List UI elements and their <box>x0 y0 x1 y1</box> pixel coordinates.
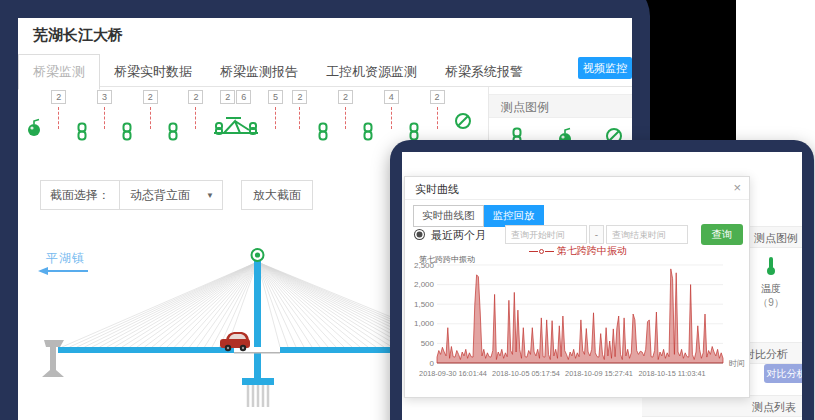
svg-text:2,000: 2,000 <box>414 280 435 289</box>
dialog-tab-1[interactable]: 监控回放 <box>484 205 544 227</box>
svg-text:2018-10-05 05:17:54: 2018-10-05 05:17:54 <box>492 369 560 378</box>
section-select-dropdown[interactable]: 动态背立面 ▼ <box>120 181 222 209</box>
svg-text:时间: 时间 <box>729 359 745 368</box>
strip-sensor-group: 4 <box>384 90 399 129</box>
sensor-dash-line <box>345 107 346 129</box>
strip-ball-icon[interactable] <box>26 90 42 137</box>
sensor-dash-line <box>391 107 392 129</box>
legend-series-label: 第七跨跨中振动 <box>557 245 627 256</box>
strip-chain-icon[interactable] <box>121 90 133 141</box>
compare-analysis-button[interactable]: 对比分析 <box>764 364 802 383</box>
bridge-abutment <box>42 340 64 377</box>
svg-text:2018-09-30 16:01:44: 2018-09-30 16:01:44 <box>419 369 487 378</box>
video-monitor-button[interactable]: 视频监控 <box>578 57 632 79</box>
strip-chain-icon[interactable] <box>362 90 374 141</box>
svg-text:1,500: 1,500 <box>414 300 435 309</box>
main-tab-3[interactable]: 工控机资源监测 <box>312 55 431 89</box>
svg-text:2,500: 2,500 <box>414 263 435 270</box>
sensor-count-badge: 6 <box>236 90 251 104</box>
start-time-input[interactable] <box>505 225 587 244</box>
sensor-dash-line <box>299 107 300 129</box>
sensor-dash-line <box>195 107 196 129</box>
strip-chain-icon[interactable] <box>76 90 88 141</box>
modal-window-content: 测点图例 温度 （9） 对比分析 对比分析 测点列表 实时曲线 × 实时曲线图监… <box>402 152 802 420</box>
strip-sensor-group: 5 <box>268 90 283 129</box>
pier-cap <box>242 378 274 385</box>
strip-sensor-group: 2 <box>292 90 307 129</box>
legend-panel-title: 测点图例 <box>489 94 632 118</box>
legend-line-icon <box>529 251 538 252</box>
section-select-value: 动态背立面 <box>130 187 190 204</box>
close-icon[interactable]: × <box>733 180 741 195</box>
tower-sensor-icon[interactable] <box>252 249 264 261</box>
main-tab-4[interactable]: 桥梁系统报警 <box>431 55 537 89</box>
chart-series-area <box>437 269 723 363</box>
svg-text:1,000: 1,000 <box>414 319 435 328</box>
dialog-tabs: 实时曲线图监控回放 <box>413 205 544 227</box>
temperature-label: 温度 <box>754 282 788 296</box>
page-title: 芜湖长江大桥 <box>33 26 123 45</box>
strip-chain-icon[interactable] <box>317 90 329 141</box>
pier-hatch <box>248 385 268 407</box>
date-range-separator: - <box>589 225 604 244</box>
modal-window-frame: 测点图例 温度 （9） 对比分析 对比分析 测点列表 实时曲线 × 实时曲线图监… <box>390 140 814 420</box>
main-tab-0[interactable]: 桥梁监测 <box>18 54 100 90</box>
temperature-count: （9） <box>754 296 788 310</box>
strip-sensor-group: 2 <box>51 90 66 129</box>
dialog-tab-0[interactable]: 实时曲线图 <box>413 205 484 227</box>
bridge-tower <box>254 260 261 380</box>
svg-text:2018-10-09 15:27:41: 2018-10-09 15:27:41 <box>565 369 633 378</box>
sensor-count-badge: 5 <box>268 90 283 104</box>
legend-line-icon <box>545 251 554 252</box>
strip-bridge-icon[interactable]: 26 <box>213 90 259 137</box>
zoom-section-button[interactable]: 放大截面 <box>241 180 313 210</box>
realtime-curve-dialog: 实时曲线 × 实时曲线图监控回放 最近两个月 - 查询 第七跨跨中振动 第七跨跨… <box>404 176 750 398</box>
strip-chain-icon[interactable] <box>408 90 420 141</box>
strip-sensor-group: 3 <box>97 90 112 129</box>
sensor-count-badge: 3 <box>97 90 112 104</box>
sensor-count-badge: 2 <box>51 90 66 104</box>
sensor-count-badge: 4 <box>384 90 399 104</box>
section-selector-label: 截面选择： <box>41 181 120 209</box>
main-tabs: 桥梁监测桥梁实时数据桥梁监测报告工控机资源监测桥梁系统报警 <box>18 62 537 79</box>
strip-chain-icon[interactable] <box>167 90 179 141</box>
thermometer-icon <box>765 256 777 276</box>
strip-sensor-group: 2 <box>430 90 445 129</box>
range-radio-label: 最近两个月 <box>431 228 486 243</box>
dialog-title: 实时曲线 <box>415 182 459 197</box>
sensor-count-badge: 2 <box>220 90 235 104</box>
section-selector-row: 截面选择： 动态背立面 ▼ 放大截面 <box>40 180 313 210</box>
strip-sensor-group: 2 <box>188 90 203 129</box>
sensor-count-badge: 2 <box>143 90 158 104</box>
strip-sensor-group: 2 <box>338 90 353 129</box>
range-radio[interactable] <box>415 230 424 239</box>
deck-joint <box>234 352 280 354</box>
end-time-input[interactable] <box>606 225 688 244</box>
main-tab-2[interactable]: 桥梁监测报告 <box>206 55 312 89</box>
svg-text:0: 0 <box>430 359 435 368</box>
sensor-dash-line <box>150 107 151 129</box>
point-list-header: 测点列表 <box>642 395 802 417</box>
sensor-count-badge: 2 <box>292 90 307 104</box>
query-button[interactable]: 查询 <box>701 224 743 245</box>
strip-sensor-group: 2 <box>143 90 158 129</box>
sensor-dash-line <box>58 107 59 129</box>
svg-text:500: 500 <box>421 339 435 348</box>
strip-ban-icon[interactable] <box>454 90 472 130</box>
main-tabs-row: 桥梁监测桥梁实时数据桥梁监测报告工控机资源监测桥梁系统报警 视频监控 <box>18 54 632 87</box>
sensor-count-badge: 2 <box>188 90 203 104</box>
chevron-down-icon: ▼ <box>206 191 214 200</box>
sensor-count-badge: 2 <box>338 90 353 104</box>
temperature-sensor-item[interactable]: 温度 （9） <box>754 256 788 310</box>
dialog-titlebar: 实时曲线 × <box>405 177 749 200</box>
svg-text:2018-10-15 11:03:41: 2018-10-15 11:03:41 <box>638 369 705 378</box>
vibration-chart: 05001,0001,5002,0002,5002018-09-30 16:01… <box>407 263 749 395</box>
section-selector-group: 截面选择： 动态背立面 ▼ <box>40 180 223 210</box>
sensor-count-badge: 2 <box>430 90 445 104</box>
main-tab-1[interactable]: 桥梁实时数据 <box>100 55 206 89</box>
query-form: 最近两个月 - 查询 <box>413 225 745 245</box>
sensor-dash-line <box>437 107 438 129</box>
sensor-dash-line <box>275 107 276 129</box>
sensor-dash-line <box>104 107 105 129</box>
legend-circle-icon <box>539 249 544 254</box>
